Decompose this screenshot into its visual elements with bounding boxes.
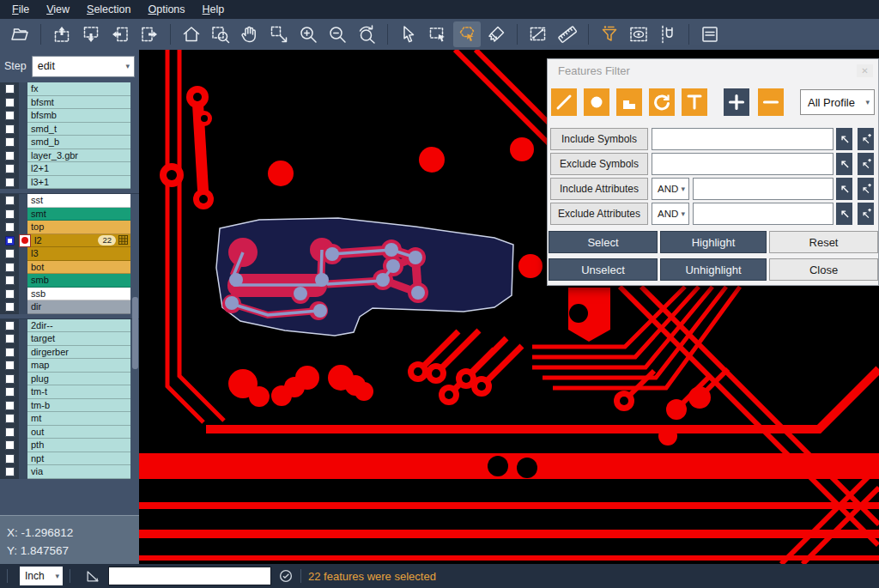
layer-label-target[interactable]: target xyxy=(27,332,130,346)
features-filter-button[interactable] xyxy=(596,21,623,47)
text-tool-button[interactable] xyxy=(682,88,707,116)
include-attributes-pick-add-button[interactable] xyxy=(858,178,874,200)
measure-distance-button[interactable] xyxy=(524,21,552,47)
pan-down-button[interactable] xyxy=(77,21,105,47)
unhighlight-button[interactable]: Unhighlight xyxy=(660,258,767,281)
layer-checkbox-l3+1[interactable] xyxy=(5,178,15,187)
include-attributes-input[interactable] xyxy=(693,178,834,200)
layer-checkbox-l2[interactable] xyxy=(5,236,15,246)
layer-label-l3+1[interactable]: l3+1 xyxy=(27,176,130,190)
sync-icon[interactable] xyxy=(278,568,294,584)
include-symbols-pick-button[interactable] xyxy=(836,128,852,150)
layer-label-2dir--[interactable]: 2dir-- xyxy=(27,319,130,333)
pan-hand-button[interactable] xyxy=(236,21,264,47)
layer-checkbox-tm-b[interactable] xyxy=(5,401,15,410)
pan-left-button[interactable] xyxy=(106,21,134,47)
exclude-attributes-operator-select[interactable]: AND▾ xyxy=(652,203,689,225)
dialog-title-bar[interactable]: Features Filter ✕ xyxy=(548,59,878,82)
menu-selection[interactable]: Selection xyxy=(78,2,139,17)
pan-up-button[interactable] xyxy=(48,21,76,47)
layer-checkbox-out[interactable] xyxy=(5,427,15,437)
angle-measure-icon[interactable] xyxy=(84,567,101,585)
layer-label-smd_t[interactable]: smd_t xyxy=(27,123,130,136)
select-pointer-button[interactable] xyxy=(395,21,422,47)
layer-checkbox-smb[interactable] xyxy=(5,276,15,285)
layer-checkbox-npt[interactable] xyxy=(5,454,15,464)
close-button[interactable]: Close xyxy=(769,258,878,281)
layer-label-npt[interactable]: npt xyxy=(27,452,130,466)
layer-label-via[interactable]: via xyxy=(27,465,130,479)
measure-ruler-button[interactable] xyxy=(554,21,581,47)
unselect-button[interactable]: Unselect xyxy=(549,258,658,281)
add-filter-button[interactable] xyxy=(724,88,749,116)
reset-button[interactable]: Reset xyxy=(769,231,878,253)
layer-label-sst[interactable]: sst xyxy=(27,194,130,208)
line-tool-button[interactable] xyxy=(551,88,577,116)
select-polygon-button[interactable] xyxy=(453,21,481,47)
layers-panel-button[interactable] xyxy=(696,21,724,47)
layer-label-dirgerber[interactable]: dirgerber xyxy=(27,346,130,360)
layer-checkbox-layer_3.gbr[interactable] xyxy=(5,151,15,161)
layer-list-scrollbar[interactable] xyxy=(132,297,138,369)
include-attributes-operator-select[interactable]: AND▾ xyxy=(652,178,689,200)
command-input[interactable] xyxy=(108,567,271,585)
layer-checkbox-l3[interactable] xyxy=(5,249,15,258)
layer-checkbox-map[interactable] xyxy=(5,361,15,370)
pad-tool-button[interactable] xyxy=(584,88,609,116)
include-attributes-pick-button[interactable] xyxy=(836,178,852,200)
exclude-symbols-input[interactable] xyxy=(652,153,834,175)
select-rectangle-button[interactable] xyxy=(424,21,452,47)
layer-label-tm-b[interactable]: tm-b xyxy=(27,399,130,413)
layer-label-layer_3.gbr[interactable]: layer_3.gbr xyxy=(27,149,130,163)
zoom-object-button[interactable] xyxy=(265,21,293,47)
layer-label-out[interactable]: out xyxy=(27,426,130,439)
zoom-previous-button[interactable] xyxy=(353,21,380,47)
exclude-attributes-pick-add-button[interactable] xyxy=(858,203,874,225)
exclude-attributes-input[interactable] xyxy=(693,203,834,225)
exclude-symbols-pick-button[interactable] xyxy=(836,153,852,175)
layer-label-smt[interactable]: smt xyxy=(27,208,130,221)
layer-checkbox-pth[interactable] xyxy=(5,440,15,450)
pan-right-button[interactable] xyxy=(136,21,163,47)
layer-checkbox-top[interactable] xyxy=(5,222,15,232)
include-attributes-button[interactable]: Include Attributes xyxy=(550,178,648,200)
exclude-attributes-button[interactable]: Exclude Attributes xyxy=(550,203,648,225)
layer-checkbox-dirgerber[interactable] xyxy=(5,348,15,357)
arc-tool-button[interactable] xyxy=(649,88,675,116)
open-file-button[interactable] xyxy=(6,21,33,47)
layer-label-pth[interactable]: pth xyxy=(27,439,130,452)
zoom-out-button[interactable] xyxy=(324,21,351,47)
layer-label-smd_b[interactable]: smd_b xyxy=(27,136,130,149)
zoom-area-button[interactable] xyxy=(207,21,234,47)
layer-checkbox-dir[interactable] xyxy=(5,302,15,312)
menu-view[interactable]: View xyxy=(38,2,78,17)
layer-checkbox-bfsmt[interactable] xyxy=(5,98,15,107)
exclude-symbols-pick-add-button[interactable] xyxy=(858,153,874,175)
layer-checkbox-sst[interactable] xyxy=(5,196,15,205)
layer-checkbox-smd_t[interactable] xyxy=(5,124,15,134)
layer-checkbox-tm-t[interactable] xyxy=(5,387,15,397)
layer-label-bfsmb[interactable]: bfsmb xyxy=(27,109,130,123)
layer-checkbox-via[interactable] xyxy=(5,467,15,476)
include-symbols-button[interactable]: Include Symbols xyxy=(550,128,648,150)
layer-checkbox-2dir--[interactable] xyxy=(5,321,15,330)
unit-select[interactable]: Inch ▾ xyxy=(20,567,63,585)
layer-checkbox-l2+1[interactable] xyxy=(5,164,15,173)
profile-select[interactable]: All Profile ▾ xyxy=(800,89,875,115)
layer-label-fx[interactable]: fx xyxy=(27,82,130,96)
layer-label-bot[interactable]: bot xyxy=(27,261,130,275)
layer-label-map[interactable]: map xyxy=(27,359,130,373)
menu-help[interactable]: Help xyxy=(194,2,233,17)
menu-options[interactable]: Options xyxy=(139,2,193,17)
layer-label-bfsmt[interactable]: bfsmt xyxy=(27,96,130,110)
clear-highlight-brush-button[interactable] xyxy=(482,21,510,47)
layer-checkbox-bfsmb[interactable] xyxy=(5,111,15,120)
show-selection-box-button[interactable] xyxy=(625,21,652,47)
layer-label-l2[interactable]: l222 xyxy=(31,234,130,248)
layer-checkbox-target[interactable] xyxy=(5,334,15,343)
layer-label-dir[interactable]: dir xyxy=(27,300,130,314)
layer-checkbox-mt[interactable] xyxy=(5,414,15,423)
layer-label-ssb[interactable]: ssb xyxy=(27,288,130,301)
layer-label-smb[interactable]: smb xyxy=(27,274,130,288)
step-select[interactable]: edit ▾ xyxy=(32,56,135,77)
